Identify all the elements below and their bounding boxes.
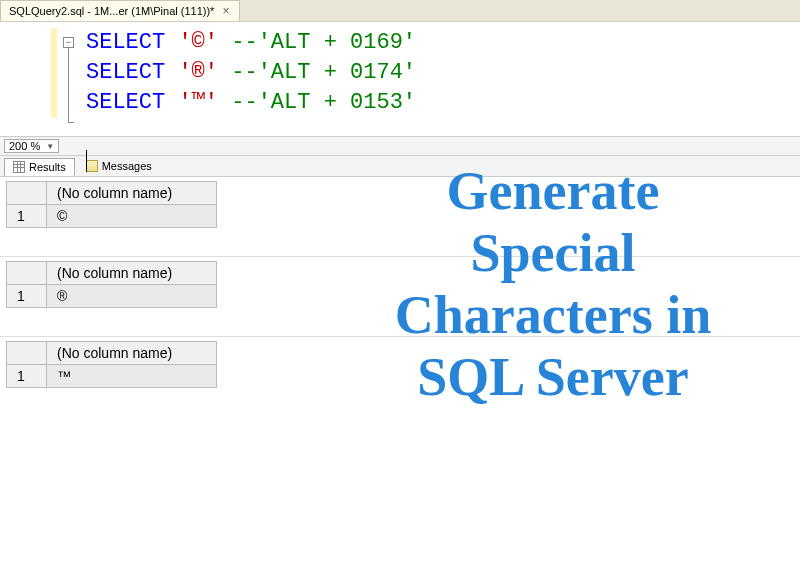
document-tab-title: SQLQuery2.sql - 1M...er (1M\Pinal (111))…	[9, 5, 214, 17]
result-grid[interactable]: (No column name) 1 ©	[6, 181, 217, 228]
tab-results[interactable]: Results	[4, 158, 75, 176]
collapse-guide	[68, 48, 69, 122]
grid-cell[interactable]: ©	[47, 205, 217, 228]
collapse-guide-end	[68, 122, 74, 123]
grid-corner[interactable]	[7, 262, 47, 285]
tab-messages[interactable]: Messages	[77, 157, 161, 175]
result-grid[interactable]: (No column name) 1 ™	[6, 341, 217, 388]
sql-string: '©'	[178, 30, 218, 55]
sql-keyword: SELECT	[86, 90, 165, 115]
column-header[interactable]: (No column name)	[47, 342, 217, 365]
sql-keyword: SELECT	[86, 30, 165, 55]
grid-icon	[13, 161, 25, 173]
text-cursor	[86, 150, 87, 172]
sql-comment: --'ALT + 0174'	[231, 60, 416, 85]
close-icon[interactable]: ×	[220, 4, 231, 18]
result-set: (No column name) 1 ™	[0, 337, 800, 416]
tab-results-label: Results	[29, 161, 66, 173]
zoom-dropdown[interactable]: 200 % ▼	[4, 139, 59, 153]
grid-corner[interactable]	[7, 342, 47, 365]
column-header[interactable]: (No column name)	[47, 262, 217, 285]
sql-keyword: SELECT	[86, 60, 165, 85]
message-icon	[86, 160, 98, 172]
zoom-toolbar: 200 % ▼	[0, 136, 800, 155]
sql-comment: --'ALT + 0153'	[231, 90, 416, 115]
row-header[interactable]: 1	[7, 205, 47, 228]
sql-editor[interactable]: − SELECT '©' --'ALT + 0169' SELECT '®' -…	[0, 22, 800, 136]
sql-string: '™'	[178, 90, 218, 115]
result-set: (No column name) 1 ®	[0, 257, 800, 337]
document-tab[interactable]: SQLQuery2.sql - 1M...er (1M\Pinal (111))…	[0, 0, 240, 21]
grid-corner[interactable]	[7, 182, 47, 205]
tab-messages-label: Messages	[102, 160, 152, 172]
grid-cell[interactable]: ™	[47, 365, 217, 388]
results-tab-bar: Results Messages	[0, 155, 800, 177]
results-pane: (No column name) 1 © (No column name) 1 …	[0, 177, 800, 416]
editor-gutter	[51, 28, 57, 118]
chevron-down-icon: ▼	[46, 142, 54, 151]
document-tab-bar: SQLQuery2.sql - 1M...er (1M\Pinal (111))…	[0, 0, 800, 22]
collapse-toggle-icon[interactable]: −	[63, 37, 74, 48]
zoom-value: 200 %	[9, 140, 40, 152]
result-set: (No column name) 1 ©	[0, 177, 800, 257]
column-header[interactable]: (No column name)	[47, 182, 217, 205]
sql-string: '®'	[178, 60, 218, 85]
code-content: SELECT '©' --'ALT + 0169' SELECT '®' --'…	[0, 28, 800, 118]
grid-cell[interactable]: ®	[47, 285, 217, 308]
sql-comment: --'ALT + 0169'	[231, 30, 416, 55]
row-header[interactable]: 1	[7, 285, 47, 308]
row-header[interactable]: 1	[7, 365, 47, 388]
result-grid[interactable]: (No column name) 1 ®	[6, 261, 217, 308]
